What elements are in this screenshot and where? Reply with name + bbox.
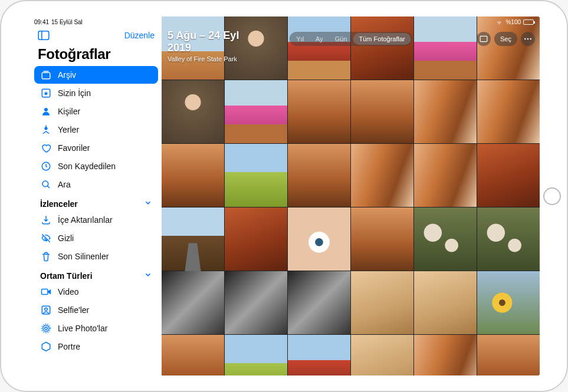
selfie-icon xyxy=(40,304,52,316)
edit-button[interactable]: Düzenle xyxy=(124,31,155,40)
photo-thumbnail[interactable] xyxy=(288,207,350,271)
aspect-toggle-button[interactable] xyxy=(477,32,491,46)
segment-t-m-foto-raflar[interactable]: Tüm Fotoğraflar xyxy=(353,33,411,45)
sidebar-item-label: Selfie'ler xyxy=(58,305,89,315)
segment-y-l[interactable]: Yıl xyxy=(290,33,310,45)
photo-thumbnail[interactable] xyxy=(162,271,224,334)
sidebar-item-i-e-aktar-lanlar[interactable]: İçe Aktarılanlar xyxy=(34,211,158,229)
hidden-icon xyxy=(40,232,52,244)
photo-thumbnail[interactable] xyxy=(162,207,224,271)
photo-thumbnail[interactable] xyxy=(351,335,413,375)
trash-icon xyxy=(40,251,52,262)
sidebar-item-label: Portre xyxy=(58,342,80,351)
livephoto-icon xyxy=(40,322,52,334)
photo-thumbnail[interactable] xyxy=(477,207,540,271)
sidebar-item-label: Son Silinenler xyxy=(58,252,109,261)
photo-thumbnail[interactable] xyxy=(414,207,477,271)
sidebar-item-label: Ara xyxy=(58,180,71,189)
sidebar-item-ar-iv[interactable]: Arşiv xyxy=(34,66,158,84)
status-bar-left: 09:41 15 Eylül Sal xyxy=(34,19,83,25)
toggle-sidebar-button[interactable] xyxy=(37,28,51,42)
svg-point-18 xyxy=(530,38,531,40)
svg-point-13 xyxy=(43,325,50,332)
sidebar-item-favoriler[interactable]: Favoriler xyxy=(34,139,158,157)
sidebar-item-gizli[interactable]: Gizli xyxy=(34,229,158,247)
photo-thumbnail[interactable] xyxy=(351,80,413,143)
grid-controls: Seç xyxy=(477,32,535,46)
sidebar-section-header[interactable]: Ortam Türleri xyxy=(34,266,158,283)
status-bar-right: %100 xyxy=(495,19,534,25)
sidebar-item-label: Gizli xyxy=(58,233,74,243)
photo-thumbnail[interactable] xyxy=(225,80,287,143)
photo-thumbnail[interactable] xyxy=(477,335,540,375)
sidebar-item-yerler[interactable]: Yerler xyxy=(34,121,158,139)
photo-thumbnail[interactable] xyxy=(414,144,477,207)
photo-thumbnail[interactable] xyxy=(225,144,287,207)
sidebar-item-son-silinenler[interactable]: Son Silinenler xyxy=(34,248,158,265)
sidebar-item-video[interactable]: Video xyxy=(34,283,158,301)
import-icon xyxy=(40,214,52,226)
sidebar-item-selfie-ler[interactable]: Selfie'ler xyxy=(34,301,158,319)
battery-percent: %100 xyxy=(505,19,521,25)
svg-point-7 xyxy=(42,181,48,187)
sidebar-item-portre[interactable]: Portre xyxy=(34,338,158,355)
sidebar-item-ki-iler[interactable]: Kişiler xyxy=(34,103,158,120)
sidebar-item-live-photo-lar[interactable]: Live Photo'lar xyxy=(34,319,158,337)
photo-thumbnail[interactable] xyxy=(288,144,350,207)
photo-thumbnail[interactable] xyxy=(288,80,350,143)
photo-thumbnail[interactable] xyxy=(162,80,224,143)
photo-thumbnail[interactable] xyxy=(414,271,477,334)
photo-thumbnail[interactable] xyxy=(477,144,540,207)
sidebar-item-sizin-i-in[interactable]: Sizin İçin xyxy=(34,84,158,102)
status-time: 09:41 xyxy=(34,19,49,25)
photo-thumbnail[interactable] xyxy=(288,271,350,334)
svg-point-16 xyxy=(524,38,526,40)
svg-line-8 xyxy=(47,186,50,188)
photo-thumbnail[interactable] xyxy=(225,271,287,334)
sidebar-item-label: İçe Aktarılanlar xyxy=(58,215,113,225)
battery-icon xyxy=(523,19,534,25)
sidebar-item-label: Son Kaydedilen xyxy=(58,162,116,171)
photo-thumbnail[interactable] xyxy=(288,335,350,375)
photo-thumbnail[interactable] xyxy=(351,207,413,271)
view-mode-segmented[interactable]: YılAyGünTüm Fotoğraflar xyxy=(289,32,412,46)
sidebar-item-son-kaydedilen[interactable]: Son Kaydedilen xyxy=(34,157,158,175)
photo-thumbnail[interactable] xyxy=(414,335,477,375)
ellipsis-icon xyxy=(524,38,532,40)
wifi-icon xyxy=(495,19,503,25)
chevron-down-icon xyxy=(144,271,152,281)
sidebar-item-label: Arşiv xyxy=(58,70,76,80)
photo-thumbnail[interactable] xyxy=(477,80,540,143)
svg-rect-0 xyxy=(38,31,49,39)
sidebar-item-label: Kişiler xyxy=(58,107,80,116)
photo-grid[interactable] xyxy=(162,17,540,375)
chevron-down-icon xyxy=(144,199,152,209)
photo-thumbnail[interactable] xyxy=(351,144,413,207)
sidebar-item-label: Video xyxy=(58,287,79,297)
photo-thumbnail[interactable] xyxy=(225,335,287,375)
sidebar-section-title: Ortam Türleri xyxy=(40,271,93,281)
sidebar-item-ara[interactable]: Ara xyxy=(34,176,158,193)
select-button[interactable]: Seç xyxy=(494,32,517,46)
more-button[interactable] xyxy=(521,32,535,46)
svg-point-11 xyxy=(45,308,48,311)
segment-ay[interactable]: Ay xyxy=(310,33,329,45)
sidebar-title: Fotoğraflar xyxy=(34,44,158,66)
photo-thumbnail[interactable] xyxy=(162,144,224,207)
clock-icon xyxy=(40,160,52,172)
svg-point-4 xyxy=(44,108,48,111)
photo-thumbnail[interactable] xyxy=(477,271,540,334)
photo-thumbnail[interactable] xyxy=(351,271,413,334)
sidebar-item-label: Live Photo'lar xyxy=(58,324,107,333)
photo-thumbnail[interactable] xyxy=(414,80,477,143)
segment-g-n[interactable]: Gün xyxy=(329,33,353,45)
library-icon xyxy=(40,69,52,81)
search-icon xyxy=(40,179,52,190)
home-button[interactable] xyxy=(543,187,561,205)
video-icon xyxy=(40,286,52,298)
photo-thumbnail[interactable] xyxy=(225,207,287,271)
location-label: Valley of Fire State Park xyxy=(168,55,534,62)
sidebar-section-header[interactable]: İzlenceler xyxy=(34,194,158,211)
photo-thumbnail[interactable] xyxy=(162,335,224,375)
for-you-icon xyxy=(40,87,52,99)
